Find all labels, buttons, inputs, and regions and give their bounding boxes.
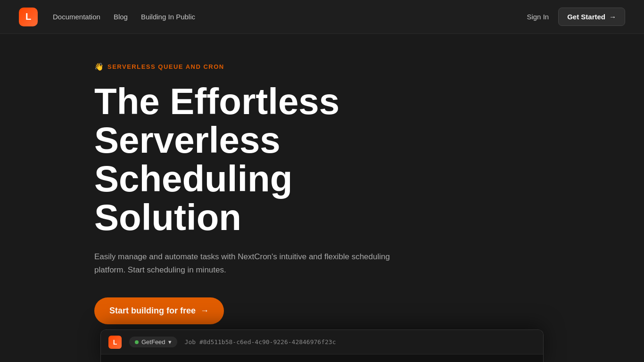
nav-link-building-in-public[interactable]: Building In Public bbox=[141, 13, 195, 21]
hero-section: 👋 SERVERLESS QUEUE AND CRON The Effortle… bbox=[0, 34, 644, 343]
cta-arrow: → bbox=[200, 306, 209, 316]
logo-icon[interactable]: L bbox=[19, 8, 38, 26]
cta-button[interactable]: Start building for free → bbox=[94, 297, 224, 324]
nav-left: L Documentation Blog Building In Public bbox=[19, 8, 195, 26]
hero-title-line1: The Effortless bbox=[94, 81, 339, 122]
badge-emoji: 👋 bbox=[94, 62, 104, 71]
logo-letter: L bbox=[25, 11, 31, 22]
status-dot bbox=[135, 340, 139, 344]
dashboard-preview: L GetFeed ▾ Job #8d511b58-c6ed-4c90-9226… bbox=[100, 329, 544, 362]
nav-links: Documentation Blog Building In Public bbox=[53, 13, 195, 21]
dashboard-logo-letter: L bbox=[113, 338, 117, 346]
hero-title: The Effortless Serverless Scheduling Sol… bbox=[94, 82, 424, 237]
nav-link-blog[interactable]: Blog bbox=[114, 13, 128, 21]
badge-text: SERVERLESS QUEUE AND CRON bbox=[107, 63, 224, 70]
hero-title-line4: Solution bbox=[94, 197, 241, 238]
dashboard-logo: L bbox=[108, 336, 122, 349]
nav-right: Sign In Get Started → bbox=[527, 8, 625, 26]
badge-label: GetFeed bbox=[141, 338, 165, 346]
hero-title-line2: Serverless bbox=[94, 119, 281, 161]
dashboard-badge[interactable]: GetFeed ▾ bbox=[129, 337, 177, 347]
hero-title-line3: Scheduling bbox=[94, 158, 292, 199]
get-started-arrow: → bbox=[609, 13, 616, 21]
badge-dropdown-icon: ▾ bbox=[168, 338, 172, 346]
nav-link-documentation[interactable]: Documentation bbox=[53, 13, 100, 21]
dashboard-topbar: L GetFeed ▾ Job #8d511b58-c6ed-4c90-9226… bbox=[101, 330, 543, 354]
job-id: Job #8d511b58-c6ed-4c90-9226-42846976f23… bbox=[185, 338, 336, 346]
get-started-label: Get Started bbox=[567, 13, 605, 21]
navbar: L Documentation Blog Building In Public … bbox=[0, 0, 644, 34]
sign-in-button[interactable]: Sign In bbox=[527, 13, 549, 21]
hero-badge: 👋 SERVERLESS QUEUE AND CRON bbox=[94, 62, 550, 71]
get-started-button[interactable]: Get Started → bbox=[558, 8, 625, 26]
hero-subtitle: Easily manage and automate tasks with Ne… bbox=[94, 250, 405, 277]
dashboard-content bbox=[101, 354, 543, 362]
cta-label: Start building for free bbox=[109, 306, 196, 316]
